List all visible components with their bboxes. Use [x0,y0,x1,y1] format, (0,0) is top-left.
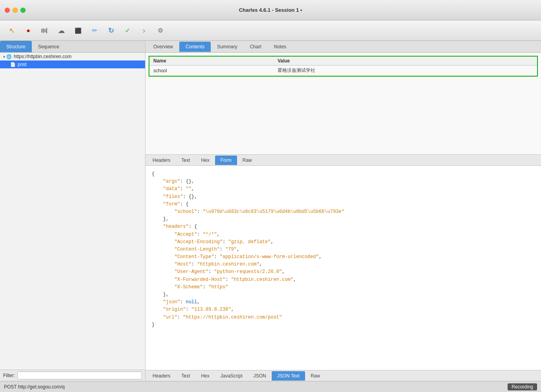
tab-overview[interactable]: Overview [147,42,179,52]
resp-tab-text[interactable]: Text [176,371,195,381]
main-layout: Structure Sequence ▾ 🌐 https://httpbin.c… [0,41,541,381]
settings-button[interactable]: ⚙ [153,24,167,38]
close-button[interactable] [5,7,10,13]
recording-badge: Recording [508,383,537,390]
col-name: Name [149,57,274,66]
resp-tab-headers[interactable]: Headers [147,371,176,381]
arrow-right-button[interactable]: › [137,24,151,38]
row-value: 霍格沃兹测试学社 [274,66,537,76]
throttle-button[interactable] [38,24,52,38]
resp-tab-json[interactable]: JSON [248,371,272,381]
req-tab-text[interactable]: Text [176,156,195,165]
tree-item-host[interactable]: ▾ 🌐 https://httpbin.ceshiren.com [0,53,145,60]
req-tab-raw[interactable]: Raw [237,156,258,165]
status-text: POST http://get.sogou.com/q [4,384,65,390]
tree-item-post[interactable]: 📄 post [0,60,145,68]
record-button[interactable]: ● [21,24,35,38]
arrow-tool-button[interactable]: ↖ [5,24,19,38]
sidebar-tab-structure[interactable]: Structure [0,41,32,52]
row-name: school [149,66,274,76]
req-tab-hex[interactable]: Hex [195,156,215,165]
upper-panel: Name Value school 霍格沃兹测试学社 [145,53,541,155]
sidebar-tab-sequence[interactable]: Sequence [32,41,66,52]
title-bar: Charles 4.6.1 - Session 1 • [0,0,541,20]
globe-icon: 🌐 [6,54,12,59]
request-tabs: Headers Text Hex Form Raw [145,155,541,166]
post-label: post [18,62,27,67]
req-tab-form[interactable]: Form [215,156,237,165]
expand-icon: ▾ [3,55,5,59]
traffic-lights [5,7,26,13]
svg-rect-2 [44,29,46,32]
sidebar: Structure Sequence ▾ 🌐 https://httpbin.c… [0,41,145,381]
col-value: Value [274,57,537,66]
maximize-button[interactable] [20,7,26,13]
filter-label: Filter: [3,373,15,378]
response-tabs: Headers Text Hex JavaScript JSON JSON Te… [145,370,541,381]
table-row: school 霍格沃兹测试学社 [149,66,537,76]
resp-tab-hex[interactable]: Hex [195,371,215,381]
content-panel: Overview Contents Summary Chart Notes Na… [145,41,541,381]
req-tab-headers[interactable]: Headers [147,156,176,165]
sidebar-content: ▾ 🌐 https://httpbin.ceshiren.com 📄 post [0,53,145,370]
file-icon: 📄 [10,62,16,67]
cloud-button[interactable]: ☁ [54,24,68,38]
resp-tab-raw[interactable]: Raw [305,371,326,381]
status-bar: POST http://get.sogou.com/q Recording [0,381,541,392]
minimize-button[interactable] [13,7,18,13]
check-button[interactable]: ✓ [120,24,134,38]
tab-summary[interactable]: Summary [211,42,243,52]
svg-rect-0 [41,29,42,33]
json-content-area: { "args": {}, "data": "", "files": {}, "… [145,166,541,370]
resp-tab-javascript[interactable]: JavaScript [215,371,248,381]
svg-rect-3 [46,28,47,33]
form-table-container: Name Value school 霍格沃兹测试学社 [149,56,538,77]
sidebar-filter: Filter: [0,370,145,381]
toolbar: ↖ ● ☁ ⬛ ✏ ↻ ✓ › ⚙ [0,20,541,41]
tab-contents[interactable]: Contents [179,42,211,52]
content-tabs: Overview Contents Summary Chart Notes [145,41,541,53]
form-table: Name Value school 霍格沃兹测试学社 [149,57,537,76]
host-label: https://httpbin.ceshiren.com [14,54,72,59]
stop-button[interactable]: ⬛ [71,24,85,38]
svg-rect-1 [43,28,44,33]
pen-button[interactable]: ✏ [87,24,101,38]
resp-tab-json-text[interactable]: JSON Text [272,371,305,381]
refresh-button[interactable]: ↻ [104,24,118,38]
tab-chart[interactable]: Chart [243,42,267,52]
tab-notes[interactable]: Notes [268,42,293,52]
window-title: Charles 4.6.1 - Session 1 • [239,7,302,13]
filter-input[interactable] [17,372,142,379]
json-open-brace: { [152,171,155,177]
json-close-brace: } [152,322,155,328]
sidebar-tabs: Structure Sequence [0,41,145,53]
